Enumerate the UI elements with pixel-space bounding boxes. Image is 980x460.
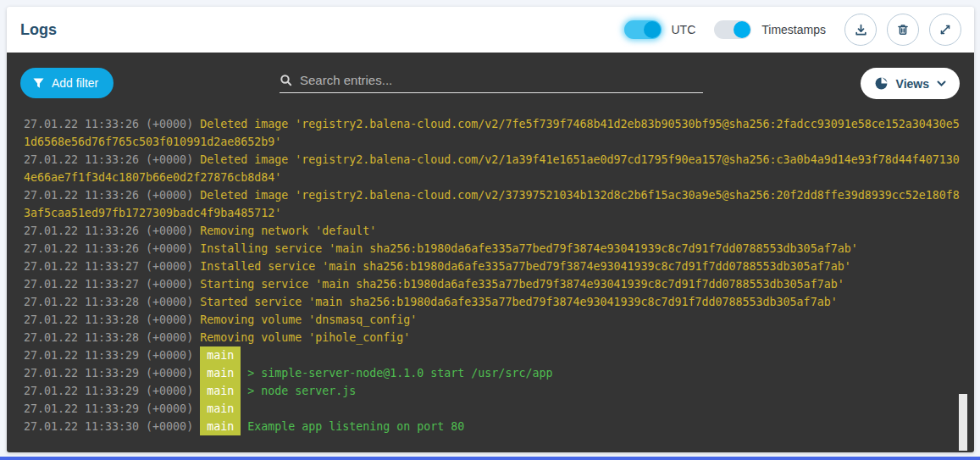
log-timestamp: 27.01.22 11:33:28 (+0000) xyxy=(24,313,193,326)
views-label: Views xyxy=(896,77,929,91)
log-panel: Add filter Views 27.01.22 1 xyxy=(7,53,974,452)
log-row: 27.01.22 11:33:29 (+0000)main> simple-se… xyxy=(24,364,963,382)
log-row: 27.01.22 11:33:29 (+0000)main xyxy=(24,400,963,418)
service-badge: main xyxy=(200,400,241,418)
fullscreen-button[interactable] xyxy=(929,14,961,46)
service-badge: main xyxy=(200,382,241,400)
log-timestamp: 27.01.22 11:33:29 (+0000) xyxy=(24,385,193,397)
log-row: 27.01.22 11:33:27 (+0000)Installed servi… xyxy=(24,258,963,275)
log-timestamp: 27.01.22 11:33:28 (+0000) xyxy=(24,331,193,344)
timestamps-toggle[interactable] xyxy=(714,20,751,39)
scrollbar-thumb[interactable] xyxy=(959,394,967,451)
log-row: 27.01.22 11:33:26 (+0000)Deleted image '… xyxy=(24,186,963,222)
service-badge: main xyxy=(200,418,241,435)
download-icon xyxy=(854,23,868,37)
log-timestamp: 27.01.22 11:33:26 (+0000) xyxy=(24,153,193,166)
log-message: Installing service 'main sha256:b1980da6… xyxy=(200,242,858,255)
log-row: 27.01.22 11:33:26 (+0000)Deleted image '… xyxy=(24,151,963,186)
pie-chart-icon xyxy=(874,76,889,91)
log-row: 27.01.22 11:33:29 (+0000)main> node serv… xyxy=(24,382,963,400)
log-timestamp: 27.01.22 11:33:26 (+0000) xyxy=(24,242,193,255)
log-row: 27.01.22 11:33:26 (+0000)Removing networ… xyxy=(24,222,963,240)
search-bar xyxy=(280,68,703,93)
views-button[interactable]: Views xyxy=(861,68,960,99)
add-filter-label: Add filter xyxy=(52,76,98,90)
log-timestamp: 27.01.22 11:33:30 (+0000) xyxy=(24,420,193,433)
add-filter-button[interactable]: Add filter xyxy=(20,68,114,98)
log-timestamp: 27.01.22 11:33:29 (+0000) xyxy=(24,367,193,380)
utc-toggle-label: UTC xyxy=(672,23,696,36)
log-row: 27.01.22 11:33:28 (+0000)Started service… xyxy=(24,293,963,311)
log-timestamp: 27.01.22 11:33:26 (+0000) xyxy=(24,189,193,202)
log-timestamp: 27.01.22 11:33:26 (+0000) xyxy=(24,224,193,237)
log-row: 27.01.22 11:33:28 (+0000)Removing volume… xyxy=(24,311,963,329)
log-message: Removing network 'default' xyxy=(200,224,376,237)
clear-logs-button[interactable] xyxy=(887,14,919,46)
search-input[interactable] xyxy=(300,73,703,87)
log-timestamp: 27.01.22 11:33:26 (+0000) xyxy=(24,118,193,130)
log-timestamp: 27.01.22 11:33:29 (+0000) xyxy=(24,349,193,362)
expand-icon xyxy=(938,23,952,36)
log-list: 27.01.22 11:33:26 (+0000)Deleted image '… xyxy=(7,98,974,435)
logs-header: Logs UTC Timestamps xyxy=(7,7,974,53)
log-row: 27.01.22 11:33:29 (+0000)main xyxy=(24,346,963,364)
timestamps-toggle-knob xyxy=(734,21,750,38)
filter-icon xyxy=(32,77,45,90)
log-timestamp: 27.01.22 11:33:27 (+0000) xyxy=(24,260,193,273)
log-message: Removing volume 'dnsmasq_config' xyxy=(200,313,417,326)
log-toolbar: Add filter Views xyxy=(7,53,974,98)
utc-toggle-knob xyxy=(644,21,661,38)
search-icon xyxy=(280,74,293,87)
service-badge: main xyxy=(200,364,241,382)
logs-card: Logs UTC Timestamps xyxy=(7,7,974,452)
service-badge: main xyxy=(200,346,241,364)
download-logs-button[interactable] xyxy=(844,14,877,46)
utc-toggle[interactable] xyxy=(624,20,662,39)
log-message: Example app listening on port 80 xyxy=(247,420,464,433)
log-message: Started service 'main sha256:b1980da6afe… xyxy=(200,296,838,308)
page-title: Logs xyxy=(20,21,57,39)
chevron-down-icon xyxy=(937,80,946,86)
log-row: 27.01.22 11:33:27 (+0000)Starting servic… xyxy=(24,275,963,293)
log-message: > simple-server-node@1.1.0 start /usr/sr… xyxy=(247,367,552,380)
log-timestamp: 27.01.22 11:33:27 (+0000) xyxy=(24,278,193,291)
log-message: Starting service 'main sha256:b1980da6af… xyxy=(200,278,844,291)
log-message: Installed service 'main sha256:b1980da6a… xyxy=(200,260,851,273)
log-message: Removing volume 'pihole_config' xyxy=(200,331,410,344)
bottom-accent-bar xyxy=(0,457,980,460)
log-timestamp: 27.01.22 11:33:28 (+0000) xyxy=(24,296,193,308)
header-controls: UTC Timestamps xyxy=(624,14,962,46)
log-timestamp: 27.01.22 11:33:29 (+0000) xyxy=(24,402,193,415)
trash-icon xyxy=(896,23,910,36)
log-row: 27.01.22 11:33:26 (+0000)Deleted image '… xyxy=(24,115,963,151)
log-row: 27.01.22 11:33:28 (+0000)Removing volume… xyxy=(24,329,963,346)
log-row: 27.01.22 11:33:30 (+0000)mainExample app… xyxy=(24,418,963,435)
log-row: 27.01.22 11:33:26 (+0000)Installing serv… xyxy=(24,240,963,258)
log-message: > node server.js xyxy=(247,385,356,397)
timestamps-toggle-label: Timestamps xyxy=(761,23,826,36)
